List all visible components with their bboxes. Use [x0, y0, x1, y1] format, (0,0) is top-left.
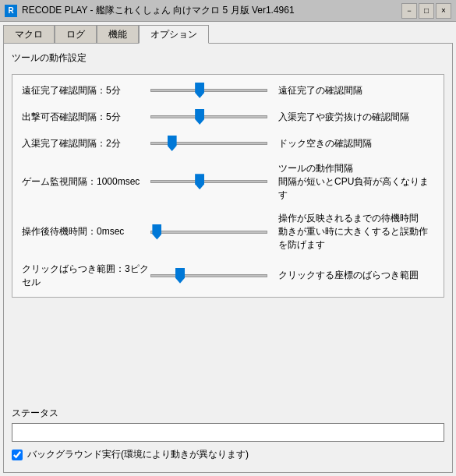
- tab-macro[interactable]: マクロ: [3, 25, 55, 44]
- minimize-button[interactable]: －: [401, 3, 417, 19]
- background-checkbox[interactable]: [12, 450, 23, 460]
- slider-thumb[interactable]: [168, 136, 177, 151]
- sortie-confirm-label: 出撃可否確認間隔：5分: [22, 111, 150, 124]
- sortie-confirm-desc: 入渠完了や疲労抜けの確認間隔: [278, 111, 434, 124]
- slider-track: [150, 180, 267, 183]
- main-window: マクロ ログ 機能 オプション ツールの動作設定 遠征完了確認間隔：5分 遠征完…: [0, 22, 456, 476]
- tab-bar: マクロ ログ 機能 オプション: [3, 25, 453, 44]
- maximize-button[interactable]: □: [419, 3, 434, 19]
- window-controls: － □ ×: [401, 3, 451, 19]
- status-input[interactable]: [12, 423, 444, 442]
- title-bar: R RECODE PLAY - 艦隊これくしょん 向けマクロ 5 月版 Ver1…: [0, 0, 456, 22]
- slider-track: [150, 89, 267, 92]
- slider-thumb[interactable]: [195, 174, 204, 189]
- options-panel: ツールの動作設定 遠征完了確認間隔：5分 遠征完了の確認間隔 出撃可否確認間隔：…: [3, 43, 453, 473]
- slider-thumb[interactable]: [152, 224, 161, 240]
- tab-function[interactable]: 機能: [97, 25, 139, 44]
- title-bar-text: RECODE PLAY - 艦隊これくしょん 向けマクロ 5 月版 Ver1.4…: [22, 4, 401, 17]
- slider-track: [150, 231, 267, 234]
- spacer: [12, 305, 444, 402]
- expedition-confirm-desc: 遠征完了の確認間隔: [278, 84, 434, 97]
- repair-confirm-slider[interactable]: [150, 136, 267, 151]
- after-op-wait-label: 操作後待機時間：0msec: [22, 225, 150, 238]
- setting-row-game-monitor: ゲーム監視間隔：1000msec ツールの動作間隔 間隔が短いとCPU負荷が高く…: [22, 162, 434, 201]
- settings-area: 遠征完了確認間隔：5分 遠征完了の確認間隔 出撃可否確認間隔：5分 入渠完了や疲…: [12, 74, 444, 298]
- slider-track: [150, 142, 267, 145]
- slider-thumb[interactable]: [175, 268, 185, 284]
- setting-row-repair: 入渠完了確認間隔：2分 ドック空きの確認間隔: [22, 136, 434, 151]
- background-checkbox-row: バックグラウンド実行(環境により動きが異なります): [12, 448, 444, 461]
- background-checkbox-label[interactable]: バックグラウンド実行(環境により動きが異なります): [27, 448, 249, 461]
- expedition-confirm-slider[interactable]: [150, 83, 267, 98]
- after-op-wait-slider[interactable]: [150, 224, 267, 240]
- setting-row-sortie: 出撃可否確認間隔：5分 入渠完了や疲労抜けの確認間隔: [22, 109, 434, 125]
- click-scatter-slider[interactable]: [150, 268, 267, 284]
- close-button[interactable]: ×: [436, 3, 451, 19]
- after-op-wait-desc: 操作が反映されるまでの待機時間 動きが重い時に大きくすると誤動作を防げます: [278, 212, 434, 251]
- setting-row-click-scatter: クリックばらつき範囲：3ピクセル クリックする座標のばらつき範囲: [22, 263, 434, 289]
- setting-row-after-op: 操作後待機時間：0msec 操作が反映されるまでの待機時間 動きが重い時に大きく…: [22, 212, 434, 251]
- game-monitor-desc: ツールの動作間隔 間隔が短いとCPU負荷が高くなります: [278, 162, 434, 201]
- status-area: ステータス バックグラウンド実行(環境により動きが異なります): [12, 402, 444, 464]
- sortie-confirm-slider[interactable]: [150, 109, 267, 125]
- slider-thumb[interactable]: [195, 109, 204, 125]
- slider-thumb[interactable]: [195, 83, 204, 98]
- click-scatter-desc: クリックする座標のばらつき範囲: [278, 269, 434, 282]
- slider-track: [150, 115, 267, 118]
- click-scatter-label: クリックばらつき範囲：3ピクセル: [22, 263, 150, 289]
- slider-track: [150, 274, 267, 277]
- repair-confirm-desc: ドック空きの確認間隔: [278, 137, 434, 150]
- tab-log[interactable]: ログ: [55, 25, 97, 44]
- game-monitor-slider[interactable]: [150, 174, 267, 189]
- status-label: ステータス: [12, 407, 444, 420]
- repair-confirm-label: 入渠完了確認間隔：2分: [22, 137, 150, 150]
- app-icon: R: [5, 5, 17, 17]
- expedition-confirm-label: 遠征完了確認間隔：5分: [22, 84, 150, 97]
- setting-row-expedition: 遠征完了確認間隔：5分 遠征完了の確認間隔: [22, 83, 434, 98]
- game-monitor-label: ゲーム監視間隔：1000msec: [22, 175, 150, 189]
- section-title: ツールの動作設定: [12, 51, 444, 65]
- tab-options[interactable]: オプション: [139, 25, 209, 44]
